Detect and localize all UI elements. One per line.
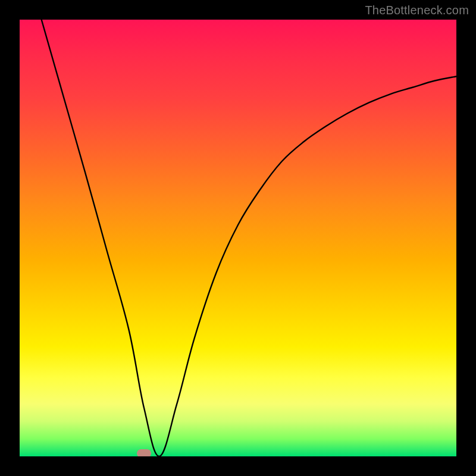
chart-frame: TheBottleneck.com xyxy=(0,0,476,476)
watermark-text: TheBottleneck.com xyxy=(365,4,469,17)
optimal-point-marker xyxy=(137,449,151,456)
plot-area xyxy=(20,20,456,456)
bottleneck-curve xyxy=(20,20,456,456)
